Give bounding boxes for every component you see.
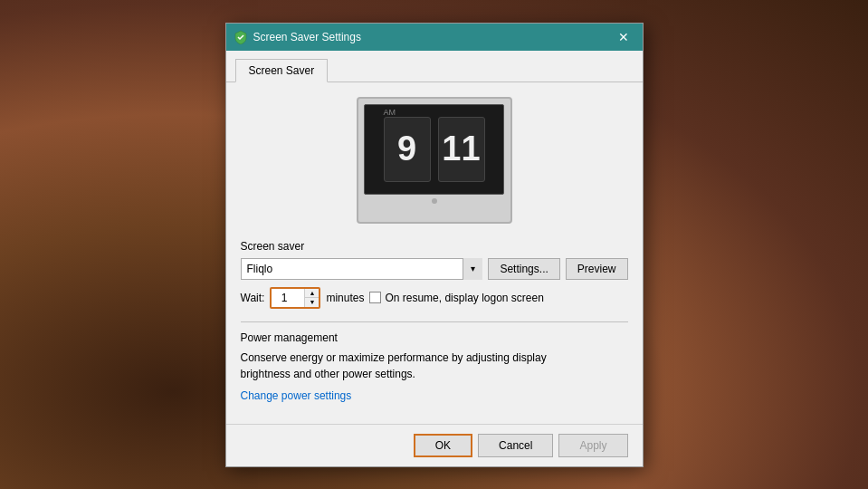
- power-management-section: Power management Conserve energy or maxi…: [241, 331, 628, 402]
- monitor-outer: AM 9 11: [357, 97, 512, 224]
- clock-am-pm: AM: [384, 108, 396, 117]
- tab-bar: Screen Saver: [226, 51, 643, 82]
- logon-checkbox[interactable]: [369, 292, 381, 303]
- monitor-preview: AM 9 11: [241, 97, 628, 224]
- screensaver-select[interactable]: Fliqlo (None) Bubbles Mystify Photos Rib…: [241, 258, 483, 280]
- power-management-desc: Conserve energy or maximize performance …: [241, 350, 628, 382]
- wait-row: Wait: ▲ ▼ minutes On resume, display log…: [241, 287, 628, 309]
- minutes-label: minutes: [326, 292, 364, 304]
- logon-checkbox-wrapper: On resume, display logon screen: [369, 292, 543, 304]
- power-management-title: Power management: [241, 331, 628, 344]
- preview-button[interactable]: Preview: [566, 258, 628, 280]
- ok-button[interactable]: OK: [414, 434, 472, 457]
- settings-button[interactable]: Settings...: [488, 258, 559, 280]
- wait-input-wrapper: ▲ ▼: [270, 287, 320, 309]
- title-bar: Screen Saver Settings ✕: [226, 24, 643, 51]
- clock-minute: 11: [438, 117, 485, 182]
- dialog-title: Screen Saver Settings: [253, 31, 606, 43]
- clock-hour: 9: [384, 117, 431, 182]
- screensaver-row: Fliqlo (None) Bubbles Mystify Photos Rib…: [241, 258, 628, 280]
- apply-button[interactable]: Apply: [558, 434, 627, 457]
- change-power-settings-link[interactable]: Change power settings: [241, 389, 352, 402]
- screen-saver-label: Screen saver: [241, 240, 628, 253]
- screensaver-select-wrapper: Fliqlo (None) Bubbles Mystify Photos Rib…: [241, 258, 483, 280]
- monitor-screen: AM 9 11: [364, 104, 504, 195]
- wait-input[interactable]: [272, 289, 304, 307]
- cancel-button[interactable]: Cancel: [478, 434, 553, 457]
- dialog-content: AM 9 11 Screen saver Fliqlo (None) Bubbl…: [226, 82, 643, 424]
- close-button[interactable]: ✕: [612, 28, 635, 46]
- section-divider: [241, 321, 628, 322]
- dialog-window: Screen Saver Settings ✕ Screen Saver AM …: [225, 23, 644, 467]
- spin-up-button[interactable]: ▲: [305, 289, 319, 299]
- wait-label: Wait:: [241, 292, 265, 304]
- logon-label[interactable]: On resume, display logon screen: [385, 292, 543, 304]
- tab-screen-saver[interactable]: Screen Saver: [235, 59, 329, 82]
- button-row: OK Cancel Apply: [226, 424, 643, 466]
- spin-buttons: ▲ ▼: [304, 289, 319, 307]
- shield-icon: [234, 30, 248, 44]
- spin-down-button[interactable]: ▼: [305, 298, 319, 307]
- monitor-stand-dot: [432, 198, 437, 204]
- dialog-overlay: Screen Saver Settings ✕ Screen Saver AM …: [0, 0, 868, 489]
